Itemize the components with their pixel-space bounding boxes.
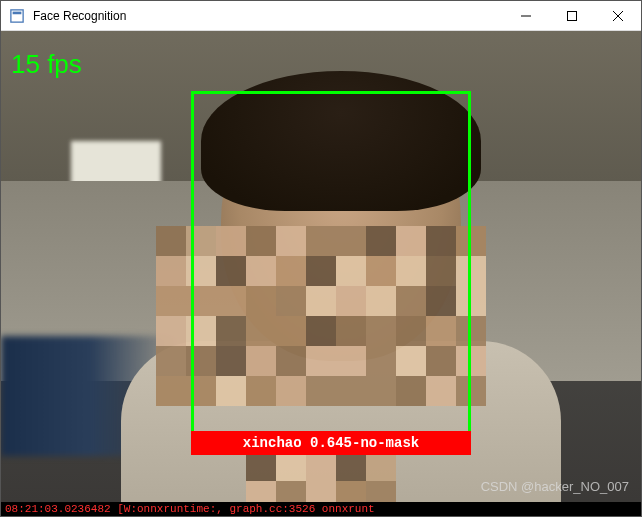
titlebar: Face Recognition: [1, 1, 641, 31]
minimize-button[interactable]: [503, 1, 549, 30]
window-title: Face Recognition: [33, 9, 503, 23]
camera-frame: xinchao 0.645-no-mask 15 fps CSDN @hacke…: [1, 31, 641, 516]
fps-counter: 15 fps: [11, 49, 82, 80]
app-icon: [9, 8, 25, 24]
detection-bounding-box: xinchao 0.645-no-mask: [191, 91, 471, 431]
svg-rect-1: [13, 11, 22, 14]
camera-viewport: xinchao 0.645-no-mask 15 fps CSDN @hacke…: [1, 31, 641, 516]
watermark-text: CSDN @hacker_NO_007: [481, 479, 629, 494]
maximize-button[interactable]: [549, 1, 595, 30]
window-controls: [503, 1, 641, 30]
svg-rect-3: [568, 11, 577, 20]
console-log-line: 08:21:03.0236482 [W:onnxruntime:, graph.…: [1, 502, 641, 516]
app-window: Face Recognition: [0, 0, 642, 517]
close-button[interactable]: [595, 1, 641, 30]
detection-label: xinchao 0.645-no-mask: [191, 431, 471, 455]
